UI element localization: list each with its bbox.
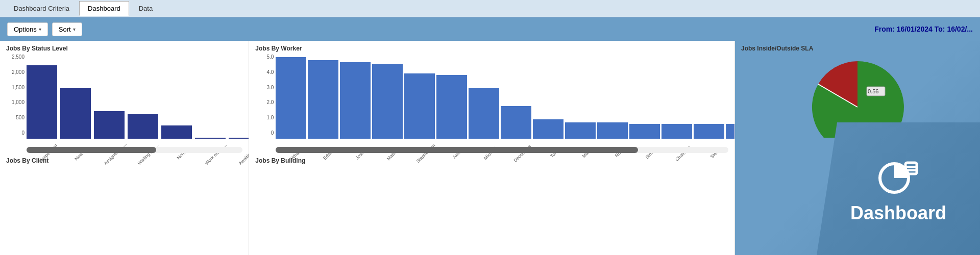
status-bar [229,138,249,139]
y-label-2: 1,500 [12,85,24,90]
tab-data[interactable]: Data [130,1,161,16]
brand-icon [878,154,919,196]
y-label-3: 1,000 [12,99,24,105]
worker-bar [308,60,338,139]
status-bar [161,125,192,139]
worker-bar-group: Joshua [340,54,371,146]
status-bar-group: Work order cancelled [195,54,226,146]
options-label: Options [14,26,37,33]
worker-bar [436,75,467,139]
tab-dashboard-criteria[interactable]: Dashboard Criteria [5,1,78,16]
status-bar [60,88,91,139]
worker-bar [404,73,435,139]
worker-bar [372,64,403,139]
sla-tooltip-text: 0.56 [868,88,878,94]
jobs-by-worker-title: Jobs By Worker [255,45,728,52]
date-range: From: 16/01/2024 To: 16/02/... [874,25,973,33]
worker-bar [340,62,371,139]
y-label-4: 500 [16,115,24,120]
toolbar-left: Options ▾ Sort ▾ [7,22,82,36]
jobs-by-worker-chart: 5.0 4.0 3.0 2.0 1.0 0 WhalleyEdwardJoshu… [255,54,728,146]
status-bar-group: Assigned to worker [94,54,125,146]
worker-bar [501,106,531,139]
sort-label: Sort [59,26,71,33]
toolbar: Options ▾ Sort ▾ From: 16/01/2024 To: 16… [0,17,980,41]
tab-dashboard[interactable]: Dashboard [79,1,129,16]
worker-bar-group: Cookbain [726,54,735,146]
status-bars-container: UnspecifiedNew JobAssigned to workerWait… [6,54,242,146]
worker-bar-group: Stephenson [404,54,435,146]
worker-bar-group: Decorators [501,54,531,146]
worker-bar-group: Mark [565,54,596,146]
status-bar [195,138,226,139]
status-bar-group: Unspecified [27,54,57,146]
worker-scrollbar-thumb[interactable] [276,147,638,153]
right-panel: Jobs Inside/Outside SLA 0.56 [735,41,980,255]
yw-label-3: 2.0 [266,99,274,105]
y-label-5: 0 [21,130,24,136]
worker-bar [469,88,499,139]
worker-bar-group: Tony [533,54,564,146]
status-bar-group: Awaiting Further In... [229,54,249,146]
yw-label-0: 5.0 [266,54,274,60]
worker-bar-group: Matthew [372,54,403,146]
worker-bar-group: Chalmers [662,54,692,146]
sort-button[interactable]: Sort ▾ [52,22,82,36]
brand-text: Dashboard [850,202,946,224]
worker-bar-group: Simon [629,54,660,146]
options-button[interactable]: Options ▾ [7,22,48,36]
worker-bar [565,122,596,139]
jobs-by-worker-panel: Jobs By Worker 5.0 4.0 3.0 2.0 1.0 0 Wha… [249,41,735,255]
worker-bar-group: Whalley [276,54,306,146]
status-bar-group: New Job [60,54,91,146]
yw-label-4: 1.0 [266,115,274,120]
sla-title: Jobs Inside/Outside SLA [741,45,974,52]
status-bar [128,114,158,139]
worker-bar-group: James [436,54,467,146]
worker-bar-group: Edward [308,54,338,146]
worker-bar [629,124,660,139]
worker-bar-group: Michael [469,54,499,146]
y-axis-status: 2,500 2,000 1,500 1,000 500 0 [6,54,27,136]
top-nav: Dashboard Criteria Dashboard Data [0,0,980,17]
worker-bar [662,124,692,139]
status-bar [94,111,125,139]
worker-scrollbar[interactable] [276,147,728,153]
y-axis-worker: 5.0 4.0 3.0 2.0 1.0 0 [255,54,276,136]
worker-bar [533,119,564,139]
status-bar-group: Normal [161,54,192,146]
worker-bars-container: WhalleyEdwardJoshuaMatthewStephensonJame… [255,54,728,146]
bar-label: Awaiting Further In... [238,141,250,166]
status-bar-group: Waiting to be scheduled [128,54,158,146]
main-content: Jobs By Status Level 2,500 2,000 1,500 1… [0,41,980,255]
worker-bar-group: Steve [694,54,724,146]
y-label-1: 2,000 [12,69,24,75]
worker-bar [726,124,735,139]
worker-bar [276,57,306,139]
jobs-by-status-chart: 2,500 2,000 1,500 1,000 500 0 Unspecifie… [6,54,242,146]
status-scrollbar-thumb[interactable] [27,147,156,153]
jobs-by-status-title: Jobs By Status Level [6,45,242,52]
yw-label-1: 4.0 [266,69,274,75]
y-label-0: 2,500 [12,54,24,60]
status-scrollbar[interactable] [27,147,242,153]
worker-bar [597,122,628,139]
status-bar [27,65,57,139]
worker-bar-group: Rob [597,54,628,146]
jobs-by-status-panel: Jobs By Status Level 2,500 2,000 1,500 1… [0,41,249,255]
sort-caret-icon: ▾ [73,27,76,32]
brand-pie-icon [878,154,919,194]
options-caret-icon: ▾ [39,27,41,32]
branding-area: Dashboard [817,122,980,255]
worker-bar [694,124,724,139]
yw-label-5: 0 [271,130,274,136]
yw-label-2: 3.0 [266,85,274,90]
